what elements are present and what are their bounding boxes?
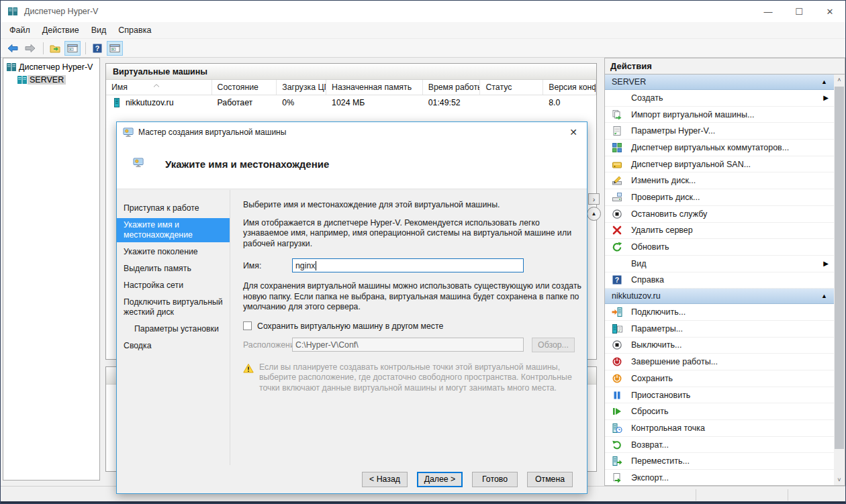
vm-table-row[interactable]: nikkutuzov.ruРаботает0%1024 МБ01:49:528.… [106,95,596,110]
submenu-arrow-icon: ▶ [823,94,834,101]
action-item[interactable]: Остановить службу [605,206,834,223]
action-item[interactable]: Обновить [605,239,834,256]
actions-section-header[interactable]: SERVER▲ [605,74,834,90]
store-elsewhere-checkbox[interactable] [243,321,252,330]
wizard-step[interactable]: Выделить память [117,262,230,276]
column-header[interactable]: Имя [106,80,212,95]
action-item[interactable]: Сохранить [605,370,834,387]
action-item[interactable]: Подключить... [605,304,834,321]
action-item[interactable]: Завершение работы... [605,354,834,370]
titlebar: Диспетчер Hyper-V — ☐ ✕ [1,1,845,22]
wizard-step[interactable]: Укажите поколение [117,245,230,259]
column-header[interactable]: Статус [480,80,543,95]
column-header[interactable]: Загрузка ЦП [277,80,326,95]
wizard-footer: < Назад Далее > Готово Отмена [117,465,587,493]
vm-cell: 01:49:52 [423,98,481,107]
action-label: Выключить... [631,340,834,350]
wizard-close-icon[interactable]: ✕ [560,122,587,142]
action-item[interactable]: Диспетчер виртуальной SAN... [605,156,834,173]
action-item[interactable]: Вид▶ [605,256,834,272]
wizard-icon [123,127,134,138]
collapse-arrow-icon[interactable]: ▲ [821,293,827,299]
section-title: nikkutuzov.ru [612,291,821,301]
action-item[interactable]: Параметры... [605,321,834,338]
menu-справка[interactable]: Справка [112,23,157,37]
vm-cell: nikkutuzov.ru [106,97,212,108]
menu-файл[interactable]: Файл [3,23,36,37]
wizard-step[interactable]: Подключить виртуальный жесткий диск [117,295,230,319]
action-item[interactable]: Выключить... [605,338,834,354]
collapse-arrow-icon[interactable]: ▲ [821,79,827,85]
actions-section-header[interactable]: nikkutuzov.ru▲ [605,289,834,304]
action-item[interactable]: Приостановить [605,387,834,404]
column-header[interactable]: Состояние [212,80,277,95]
export-folder-icon[interactable] [47,41,63,56]
vm-panel-header: Виртуальные машины [106,64,596,80]
scrollbar-thumb[interactable] [835,87,844,449]
action-item[interactable]: Контрольная точка [605,420,834,437]
action-item[interactable]: Создать▶ [605,90,834,107]
menu-действие[interactable]: Действие [36,23,85,37]
menu-вид[interactable]: Вид [85,23,113,37]
finish-button[interactable]: Готово [472,472,518,487]
toolbar: ? [1,39,845,58]
action-label: Импорт виртуальной машины... [631,110,834,119]
action-item[interactable]: Возврат... [605,437,834,454]
tree-item-server[interactable]: SERVER [3,73,99,86]
tree-root-label: Диспетчер Hyper-V [17,62,95,72]
svg-text:?: ? [615,276,619,284]
action-label: Создать [631,93,823,103]
wizard-step[interactable]: Приступая к работе [117,201,230,215]
wizard-step[interactable]: Укажите имя и местонахождение [117,218,230,242]
delete-server-icon [612,225,622,236]
help-icon[interactable]: ? [89,41,105,56]
action-item[interactable]: Сбросить [605,403,834,420]
action-item[interactable]: Переместить... [605,453,834,470]
wizard-page-heading: Укажите имя и местонахождение [165,158,329,170]
wizard-step[interactable]: Настройка сети [117,279,230,293]
hyperv-app-icon [7,6,19,17]
back-button[interactable]: < Назад [362,472,408,487]
location-label: Расположение: [243,340,292,350]
minimize-button[interactable]: — [753,1,784,22]
store-elsewhere-label: Сохранить виртуальную машину в другом ме… [257,321,443,331]
toolbar-separator [43,42,44,54]
column-header[interactable]: Время работы [423,80,481,95]
action-item[interactable]: Экспорт... [605,470,834,485]
browse-button: Обзор... [532,338,575,352]
action-item[interactable]: Параметры Hyper-V... [605,123,834,140]
action-label: Проверить диск... [631,193,834,202]
action-label: Параметры... [631,324,834,334]
column-header[interactable]: Версия конф [543,80,596,95]
tree-server-label: SERVER [28,75,66,85]
wizard-step[interactable]: Параметры установки [117,322,230,336]
action-item[interactable]: ?Справка [605,272,834,289]
action-label: Завершение работы... [631,357,834,366]
action-item[interactable]: Проверить диск... [605,189,834,206]
scroll-down-arrow-icon[interactable]: ˅ [834,474,845,485]
save-state-icon [612,373,622,384]
maximize-button[interactable]: ☐ [784,1,814,22]
column-header[interactable]: Назначенная память [326,80,423,95]
location-input: C:\Hyper-V\Conf\ [292,338,524,352]
action-item[interactable]: Импорт виртуальной машины... [605,107,834,123]
console-window-icon[interactable] [64,41,81,56]
virtual-switch-icon [612,142,622,153]
refresh-icon [612,242,622,252]
actions-scrollbar[interactable]: ˄ ˅ [834,74,845,485]
forward-arrow-icon[interactable] [22,41,38,56]
wizard-step[interactable]: Сводка [117,339,230,353]
vm-table-header: ИмяСостояниеЗагрузка ЦПНазначенная памят… [106,80,596,95]
back-arrow-icon[interactable] [5,41,21,56]
tree-item-hyperv-manager[interactable]: Диспетчер Hyper-V [3,60,99,73]
cancel-button[interactable]: Отмена [527,472,573,487]
console-run-icon[interactable] [107,41,123,56]
scroll-up-arrow-icon[interactable]: ˄ [834,74,845,85]
next-button[interactable]: Далее > [417,472,463,487]
wizard-name-hint: Имя отображается в диспетчере Hyper-V. Р… [243,218,581,250]
action-item[interactable]: Изменить диск... [605,172,834,189]
action-item[interactable]: Диспетчер виртуальных коммутаторов... [605,140,834,156]
action-item[interactable]: Удалить сервер [605,223,834,240]
close-button[interactable]: ✕ [814,1,845,22]
vm-name-input[interactable]: nginx [292,258,524,272]
